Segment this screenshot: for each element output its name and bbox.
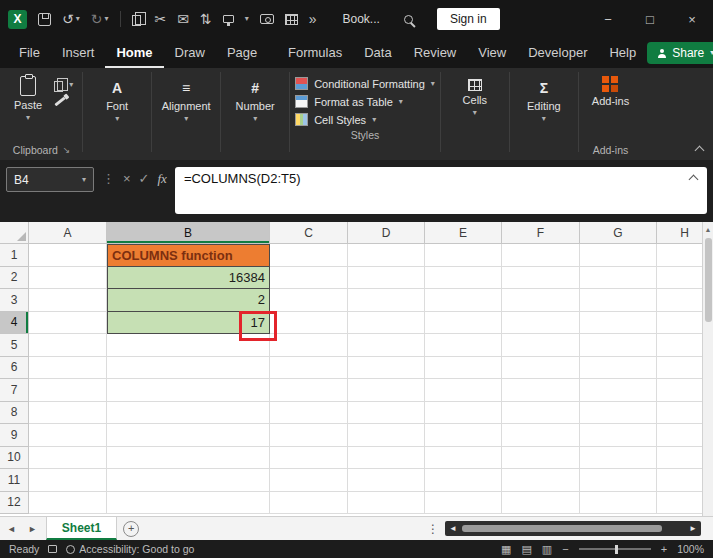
- row-header-9[interactable]: 9: [0, 424, 29, 447]
- paste-button[interactable]: Paste ▾: [6, 70, 50, 122]
- column-header-D[interactable]: D: [348, 222, 425, 244]
- excel-app-icon[interactable]: X: [8, 10, 27, 29]
- undo-caret-icon[interactable]: ▾: [76, 15, 80, 23]
- scroll-left-icon[interactable]: ◄: [449, 524, 457, 533]
- row-header-3[interactable]: 3: [0, 289, 29, 312]
- vertical-scrollbar[interactable]: ▲: [702, 222, 713, 516]
- toolbar-overflow-icon[interactable]: »: [309, 12, 317, 26]
- cell-B9[interactable]: [107, 424, 270, 447]
- copy-button[interactable]: ▾: [54, 78, 73, 92]
- sheet-tab-sheet1[interactable]: Sheet1: [46, 517, 117, 540]
- horizontal-scrollbar-thumb[interactable]: [462, 525, 662, 532]
- cell-E3[interactable]: [425, 289, 502, 312]
- name-box[interactable]: B4 ▾: [6, 167, 94, 192]
- close-button[interactable]: ×: [671, 0, 713, 38]
- editing-group-collapsed[interactable]: Σ Editing ▾: [515, 70, 573, 123]
- row-header-5[interactable]: 5: [0, 334, 29, 357]
- tab-file[interactable]: File: [8, 38, 51, 68]
- cell-D7[interactable]: [348, 379, 425, 402]
- sheet-nav-right-icon[interactable]: ►: [25, 524, 40, 534]
- cell-F2[interactable]: [502, 267, 580, 290]
- cell-A12[interactable]: [29, 492, 107, 515]
- format-painter-button[interactable]: [54, 100, 73, 103]
- cell-G2[interactable]: [580, 267, 657, 290]
- cell-C7[interactable]: [270, 379, 348, 402]
- tab-review[interactable]: Review: [403, 38, 468, 68]
- cell-D9[interactable]: [348, 424, 425, 447]
- column-header-E[interactable]: E: [425, 222, 502, 244]
- column-header-B[interactable]: B: [107, 222, 270, 244]
- tab-draw[interactable]: Draw: [164, 38, 216, 68]
- column-header-G[interactable]: G: [580, 222, 657, 244]
- row-header-4[interactable]: 4: [0, 312, 29, 335]
- cell-E10[interactable]: [425, 447, 502, 470]
- tab-bar-options-icon[interactable]: ⋮: [427, 522, 439, 536]
- paste-caret-icon[interactable]: ▾: [26, 114, 30, 122]
- tab-data[interactable]: Data: [353, 38, 402, 68]
- column-header-C[interactable]: C: [270, 222, 348, 244]
- cell-A4[interactable]: [29, 312, 107, 335]
- cell-E8[interactable]: [425, 402, 502, 425]
- formula-bar-input[interactable]: =COLUMNS(D2:T5): [175, 167, 707, 214]
- tab-home[interactable]: Home: [105, 38, 163, 68]
- cell-C6[interactable]: [270, 357, 348, 380]
- sort-icon[interactable]: ⇅: [200, 12, 212, 26]
- row-header-11[interactable]: 11: [0, 469, 29, 492]
- column-header-F[interactable]: F: [502, 222, 580, 244]
- row-header-2[interactable]: 2: [0, 267, 29, 290]
- copy-icon[interactable]: [132, 15, 141, 26]
- cell-F11[interactable]: [502, 469, 580, 492]
- cell-E2[interactable]: [425, 267, 502, 290]
- tab-help[interactable]: Help: [598, 38, 647, 68]
- collapse-ribbon-icon[interactable]: [695, 146, 705, 156]
- add-sheet-button[interactable]: +: [123, 521, 139, 537]
- number-group-collapsed[interactable]: # Number ▾: [226, 70, 284, 123]
- row-header-1[interactable]: 1: [0, 244, 29, 267]
- redo-button[interactable]: ↻ ▾: [91, 12, 109, 26]
- cell-E1[interactable]: [425, 244, 502, 267]
- sheet-nav-left-icon[interactable]: ◄: [4, 524, 19, 534]
- cell-B1[interactable]: COLUMNS function: [107, 244, 270, 267]
- cell-D4[interactable]: [348, 312, 425, 335]
- cell-B7[interactable]: [107, 379, 270, 402]
- zoom-out-button[interactable]: −: [562, 544, 568, 555]
- cell-C5[interactable]: [270, 334, 348, 357]
- cell-C12[interactable]: [270, 492, 348, 515]
- row-header-10[interactable]: 10: [0, 447, 29, 470]
- redo-caret-icon[interactable]: ▾: [104, 15, 108, 23]
- select-all-button[interactable]: [0, 222, 29, 244]
- name-box-caret-icon[interactable]: ▾: [82, 176, 86, 184]
- paint-caret-icon[interactable]: ▾: [245, 15, 249, 23]
- font-group-collapsed[interactable]: A Font ▾: [88, 70, 146, 123]
- undo-button[interactable]: ↺ ▾: [62, 12, 80, 26]
- cell-E7[interactable]: [425, 379, 502, 402]
- zoom-level-label[interactable]: 100%: [677, 543, 704, 555]
- cell-D3[interactable]: [348, 289, 425, 312]
- cell-E12[interactable]: [425, 492, 502, 515]
- cancel-button[interactable]: ×: [123, 171, 131, 186]
- cell-C4[interactable]: [270, 312, 348, 335]
- paint-bucket-icon[interactable]: [223, 15, 234, 23]
- cell-A5[interactable]: [29, 334, 107, 357]
- cell-B4[interactable]: 17: [107, 312, 270, 335]
- cell-E6[interactable]: [425, 357, 502, 380]
- cell-A3[interactable]: [29, 289, 107, 312]
- tab-view[interactable]: View: [467, 38, 517, 68]
- page-break-view-icon[interactable]: ▥: [542, 544, 552, 555]
- cell-C10[interactable]: [270, 447, 348, 470]
- cell-E4[interactable]: [425, 312, 502, 335]
- cell-B11[interactable]: [107, 469, 270, 492]
- cell-C2[interactable]: [270, 267, 348, 290]
- zoom-slider-thumb[interactable]: [615, 545, 618, 554]
- cell-F12[interactable]: [502, 492, 580, 515]
- cell-F6[interactable]: [502, 357, 580, 380]
- cell-E11[interactable]: [425, 469, 502, 492]
- cell-F5[interactable]: [502, 334, 580, 357]
- cell-B10[interactable]: [107, 447, 270, 470]
- scroll-right-icon[interactable]: ►: [689, 524, 697, 533]
- addins-button[interactable]: Add-ins: [584, 70, 637, 107]
- cell-C11[interactable]: [270, 469, 348, 492]
- normal-view-icon[interactable]: ▦: [501, 544, 511, 555]
- cell-styles-button[interactable]: Cell Styles ▾: [295, 113, 435, 126]
- page-layout-view-icon[interactable]: ▤: [521, 544, 531, 555]
